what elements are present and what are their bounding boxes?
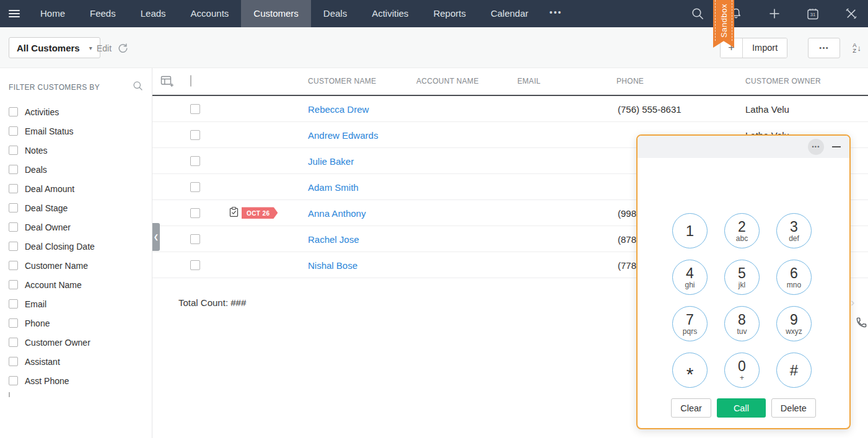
row-checkbox[interactable]	[190, 260, 200, 270]
column-header-customer-owner[interactable]: CUSTOMER OWNER	[745, 77, 821, 85]
checkbox[interactable]	[9, 222, 18, 232]
filter-item-email-status[interactable]: Email Status	[9, 121, 152, 141]
customer-name-link[interactable]: Andrew Edwards	[308, 129, 378, 140]
dialpad-key-hash[interactable]: #	[776, 353, 812, 388]
filter-search-icon[interactable]	[133, 81, 143, 94]
checkbox[interactable]	[9, 299, 18, 309]
customer-name-link[interactable]: Rebecca Drew	[308, 103, 369, 114]
row-checkbox[interactable]	[190, 156, 200, 166]
key-letters: def	[789, 235, 799, 242]
view-selector-dropdown[interactable]: All Customers ▾	[9, 37, 100, 58]
nav-item-deals[interactable]: Deals	[311, 0, 359, 27]
customer-name-link[interactable]: Nishal Bose	[308, 260, 357, 270]
nav-item-leads[interactable]: Leads	[128, 0, 178, 27]
slide-panel-chevron-icon[interactable]: ›	[851, 296, 854, 309]
dialpad-key-7[interactable]: 7pqrs	[672, 306, 708, 341]
dialpad-key-5[interactable]: 5jkl	[724, 260, 760, 295]
nav-more-button[interactable]: •••	[541, 0, 571, 27]
calendar-icon[interactable]: 31	[806, 7, 820, 20]
row-checkbox[interactable]	[190, 234, 200, 244]
checkbox[interactable]	[9, 280, 18, 289]
dialpad-key-4[interactable]: 4ghi	[672, 260, 708, 295]
checkbox[interactable]	[9, 376, 18, 385]
dialpad-more-button[interactable]: •••	[808, 139, 824, 155]
filter-item-customer-name[interactable]: Customer Name	[9, 256, 152, 275]
dialpad-key-3[interactable]: 3def	[776, 213, 812, 248]
row-checkbox[interactable]	[190, 208, 200, 218]
dialpad-key-9[interactable]: 9wxyz	[776, 306, 812, 341]
import-button[interactable]: Import	[743, 38, 787, 58]
filter-item-account-name[interactable]: Account Name	[9, 275, 152, 294]
dialpad-key-6[interactable]: 6mno	[776, 260, 812, 295]
nav-item-calendar[interactable]: Calendar	[478, 0, 541, 27]
filter-item-label: Deal Owner	[25, 222, 71, 232]
sandbox-ribbon-label: Sandbox	[719, 4, 729, 38]
column-header-email[interactable]: EMAIL	[517, 77, 541, 85]
filter-item-deal-amount[interactable]: Deal Amount	[9, 179, 152, 198]
dialpad-minimize-button[interactable]	[832, 146, 841, 147]
customer-name-link[interactable]: Anna Anthony	[308, 208, 366, 218]
checkbox[interactable]	[9, 392, 10, 397]
dialpad-delete-button[interactable]: Delete	[771, 398, 816, 418]
filter-item-deal-stage[interactable]: Deal Stage	[9, 198, 152, 217]
row-checkbox[interactable]	[190, 104, 200, 114]
column-header-account-name[interactable]: ACCOUNT NAME	[416, 77, 479, 85]
checkbox[interactable]	[9, 184, 18, 193]
checkbox[interactable]	[9, 261, 18, 270]
edit-view-button[interactable]: Edit	[97, 43, 112, 53]
filter-item-notes[interactable]: Notes	[9, 141, 152, 160]
add-plus-icon[interactable]	[768, 7, 781, 20]
checkbox[interactable]	[9, 165, 18, 174]
filter-item-activities[interactable]: Activities	[9, 102, 152, 121]
nav-item-customers[interactable]: Customers	[241, 0, 311, 27]
customer-name-link[interactable]: Julie Baker	[308, 155, 354, 166]
dialpad-key-star[interactable]: *	[672, 353, 708, 388]
filter-item-deals[interactable]: Deals	[9, 160, 152, 179]
sidebar-collapse-handle[interactable]: ❮	[152, 223, 160, 251]
checkbox[interactable]	[9, 107, 18, 116]
checkbox[interactable]	[9, 242, 18, 251]
nav-item-feeds[interactable]: Feeds	[77, 0, 128, 27]
customer-name-link[interactable]: Rachel Jose	[308, 234, 359, 244]
add-column-icon[interactable]	[160, 74, 174, 90]
column-header-phone[interactable]: PHONE	[616, 77, 644, 85]
checkbox[interactable]	[9, 126, 18, 136]
nav-item-activities[interactable]: Activities	[359, 0, 421, 27]
dialpad-key-2[interactable]: 2abc	[724, 213, 760, 248]
filter-item-asst-phone[interactable]: Asst Phone	[9, 371, 152, 390]
search-icon[interactable]	[691, 7, 704, 20]
row-checkbox[interactable]	[190, 130, 200, 140]
checkbox[interactable]	[9, 318, 18, 328]
dialpad-key-8[interactable]: 8tuv	[724, 306, 760, 341]
filter-item-assistant[interactable]: Assistant	[9, 352, 152, 371]
nav-item-accounts[interactable]: Accounts	[178, 0, 242, 27]
column-header-customer-name[interactable]: CUSTOMER NAME	[308, 77, 376, 85]
nav-item-reports[interactable]: Reports	[421, 0, 478, 27]
filter-item-customer-owner[interactable]: Customer Owner	[9, 333, 152, 352]
nav-item-home[interactable]: Home	[28, 0, 77, 27]
more-actions-button[interactable]: •••	[808, 38, 840, 58]
checkbox[interactable]	[9, 146, 18, 155]
dialpad-call-button[interactable]: Call	[717, 398, 766, 418]
filter-item-phone[interactable]: Phone	[9, 313, 152, 333]
setup-tools-icon[interactable]	[844, 7, 858, 20]
filter-item-deal-closing-date[interactable]: Deal Closing Date	[9, 237, 152, 256]
checkbox[interactable]	[9, 338, 18, 347]
filter-item-email[interactable]: Email	[9, 294, 152, 313]
table-row[interactable]: Rebecca Drew(756) 555-8631Latha Velu	[152, 96, 868, 122]
filter-item-deal-owner[interactable]: Deal Owner	[9, 217, 152, 237]
dialpad-key-1[interactable]: 1	[672, 213, 708, 248]
refresh-icon[interactable]	[117, 43, 128, 56]
checkbox[interactable]	[9, 357, 18, 366]
key-digit: #	[790, 362, 798, 378]
key-letters: +	[740, 374, 744, 382]
row-checkbox[interactable]	[190, 182, 200, 192]
phone-dock-icon[interactable]	[856, 317, 867, 331]
sort-az-icon[interactable]: AZ ↓	[853, 42, 861, 53]
hamburger-menu-icon[interactable]	[9, 8, 20, 19]
dialpad-clear-button[interactable]: Clear	[671, 398, 711, 418]
select-all-checkbox[interactable]	[190, 75, 191, 87]
checkbox[interactable]	[9, 203, 18, 212]
customer-name-link[interactable]: Adam Smith	[308, 182, 359, 192]
dialpad-key-0[interactable]: 0+	[724, 353, 760, 388]
